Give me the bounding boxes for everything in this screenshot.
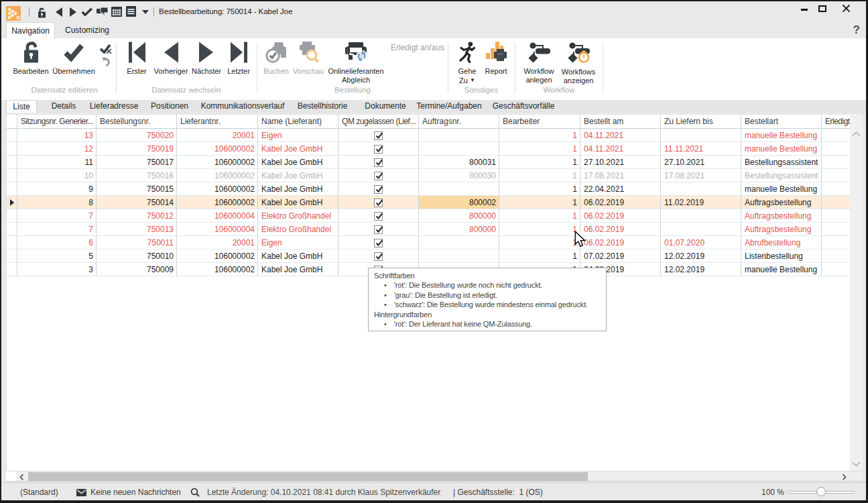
svg-text:o: o: [16, 13, 20, 21]
